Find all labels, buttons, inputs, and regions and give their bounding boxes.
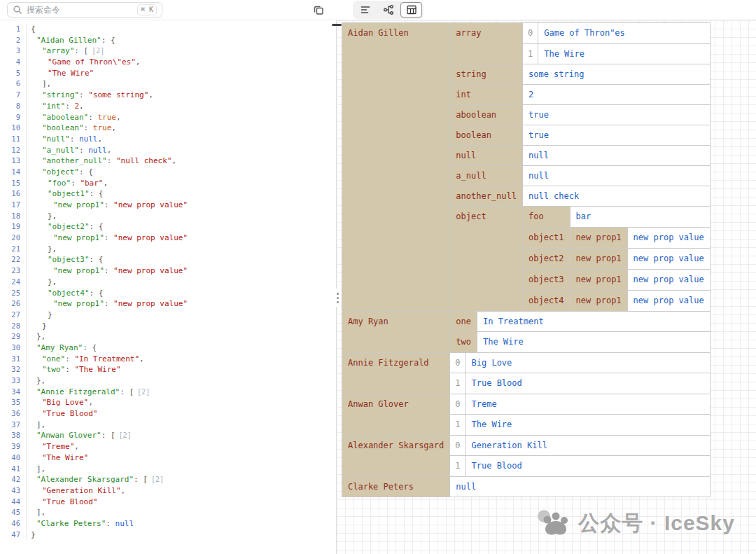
key-cell[interactable]: Anwan Glover: [342, 394, 450, 435]
key-cell[interactable]: aboolean: [450, 105, 522, 125]
key-cell[interactable]: object3: [523, 269, 570, 290]
value-cell[interactable]: null: [450, 476, 710, 497]
editor-line[interactable]: 45],: [0, 507, 336, 518]
editor-line[interactable]: 40"The Wire": [0, 452, 336, 464]
key-cell[interactable]: Annie Fitzgerald: [342, 352, 450, 394]
editor-line[interactable]: 14"object": {: [0, 167, 336, 178]
value-cell[interactable]: 2: [522, 85, 709, 105]
key-cell[interactable]: boolean: [450, 125, 522, 146]
value-cell[interactable]: some string: [522, 64, 709, 85]
value-cell[interactable]: new prop value: [627, 270, 710, 290]
editor-line[interactable]: 44"True Blood": [0, 497, 336, 508]
editor-line[interactable]: 43"Generation Kill",: [0, 485, 336, 497]
editor-line[interactable]: 28}: [0, 321, 336, 332]
editor-line[interactable]: 33},: [0, 375, 336, 387]
mode-table-button[interactable]: [400, 2, 422, 18]
editor-line[interactable]: 30"Amy Ryan": {: [0, 342, 336, 354]
editor-line[interactable]: 2"Aidan Gillen": {: [0, 35, 336, 46]
editor-line[interactable]: 13"another_null": "null check",: [0, 155, 336, 167]
pane-splitter-handle[interactable]: [334, 289, 341, 307]
value-cell[interactable]: True Blood: [465, 373, 710, 394]
key-cell[interactable]: string: [450, 64, 522, 85]
editor-line[interactable]: 39"Treme",: [0, 441, 336, 452]
editor-line[interactable]: 32"two": "The Wire": [0, 364, 336, 375]
key-cell[interactable]: two: [450, 332, 477, 352]
value-cell[interactable]: null check: [522, 186, 709, 207]
editor-line[interactable]: 34"Annie Fitzgerald": [[2]: [0, 387, 336, 398]
key-cell[interactable]: new prop1: [570, 228, 628, 248]
editor-line[interactable]: 7"string": "some string",: [0, 90, 336, 101]
editor-line[interactable]: 29},: [0, 331, 336, 342]
key-cell[interactable]: array: [450, 23, 522, 64]
editor-line[interactable]: 36"True Blood": [0, 408, 336, 420]
value-cell[interactable]: new prop value: [627, 249, 710, 269]
editor-scrollbar-thumb[interactable]: [332, 24, 342, 26]
editor-line[interactable]: 12"a_null": null,: [0, 145, 336, 156]
value-cell[interactable]: The Wire: [477, 332, 709, 352]
editor-line[interactable]: 47}: [0, 529, 336, 541]
editor-line[interactable]: 26"new prop1": "new prop value": [0, 298, 336, 310]
key-cell[interactable]: int: [450, 85, 522, 105]
key-cell[interactable]: object4: [523, 290, 570, 311]
editor-line[interactable]: 20"new prop1": "new prop value": [0, 233, 336, 244]
mode-tree-button[interactable]: [377, 2, 399, 18]
key-cell[interactable]: Clarke Peters: [342, 476, 450, 497]
value-cell[interactable]: null: [522, 166, 709, 186]
key-cell[interactable]: another_null: [450, 186, 522, 207]
key-cell[interactable]: object: [450, 207, 522, 311]
editor-line[interactable]: 24},: [0, 277, 336, 288]
key-cell[interactable]: new prop1: [570, 291, 628, 311]
editor-line[interactable]: 25"object4": {: [0, 288, 336, 299]
value-cell[interactable]: null: [522, 146, 709, 166]
value-cell[interactable]: bar: [570, 207, 710, 227]
key-cell[interactable]: a_null: [450, 166, 522, 186]
editor-line[interactable]: 42"Alexander Skarsgard": [[2]: [0, 474, 336, 485]
value-cell[interactable]: true: [522, 125, 709, 146]
editor-line[interactable]: 1{: [0, 24, 336, 35]
code-editor-pane[interactable]: 1{2"Aidan Gillen": {3"array": [[2]4"Game…: [0, 20, 337, 554]
key-cell[interactable]: foo: [523, 207, 570, 227]
editor-line[interactable]: 27}: [0, 310, 336, 321]
search-input[interactable]: 搜索命令 ⌘ K: [7, 2, 162, 18]
editor-line[interactable]: 38"Anwan Glover": [[2]: [0, 430, 336, 441]
editor-line[interactable]: 19"object2": {: [0, 221, 336, 233]
mode-text-button[interactable]: [354, 2, 376, 18]
value-cell[interactable]: Game of Thron"es: [538, 23, 710, 43]
key-cell[interactable]: object1: [523, 227, 570, 248]
editor-line[interactable]: 37],: [0, 420, 336, 431]
editor-line[interactable]: 16"object1": {: [0, 188, 336, 200]
key-cell[interactable]: Amy Ryan: [342, 311, 450, 352]
value-cell[interactable]: new prop value: [627, 291, 710, 311]
editor-line[interactable]: 3"array": [[2]: [0, 46, 336, 57]
key-cell[interactable]: new prop1: [570, 249, 628, 269]
editor-line[interactable]: 31"one": "In Treatment",: [0, 354, 336, 365]
key-cell[interactable]: object2: [523, 248, 570, 269]
copy-button[interactable]: [309, 1, 328, 18]
key-cell[interactable]: null: [450, 146, 522, 166]
editor-line[interactable]: 10"boolean": true,: [0, 123, 336, 134]
editor-line[interactable]: 11"null": null,: [0, 134, 336, 145]
editor-line[interactable]: 23"new prop1": "new prop value": [0, 265, 336, 277]
value-cell[interactable]: Big Love: [465, 353, 710, 373]
value-cell[interactable]: Treme: [465, 394, 710, 415]
editor-line[interactable]: 5"The Wire": [0, 68, 336, 79]
value-cell[interactable]: true: [522, 105, 709, 125]
key-cell[interactable]: new prop1: [570, 270, 628, 290]
value-cell[interactable]: The Wire: [465, 415, 710, 435]
key-cell[interactable]: Aidan Gillen: [342, 23, 450, 312]
editor-line[interactable]: 22"object3": {: [0, 254, 336, 265]
editor-line[interactable]: 46"Clarke Peters": null: [0, 518, 336, 529]
key-cell[interactable]: one: [450, 312, 477, 332]
editor-line[interactable]: 35"Big Love",: [0, 397, 336, 408]
key-cell[interactable]: Alexander Skarsgard: [342, 435, 450, 476]
editor-line[interactable]: 9"aboolean": true,: [0, 112, 336, 123]
editor-line[interactable]: 4"Game of Thron\"es",: [0, 57, 336, 68]
editor-line[interactable]: 6],: [0, 78, 336, 90]
value-cell[interactable]: The Wire: [538, 43, 710, 64]
editor-line[interactable]: 17"new prop1": "new prop value": [0, 200, 336, 211]
editor-line[interactable]: 8"int": 2,: [0, 101, 336, 112]
editor-line[interactable]: 15"foo": "bar",: [0, 178, 336, 189]
value-cell[interactable]: In Treatment: [477, 312, 709, 332]
editor-line[interactable]: 18},: [0, 211, 336, 222]
value-cell[interactable]: new prop value: [627, 228, 710, 248]
